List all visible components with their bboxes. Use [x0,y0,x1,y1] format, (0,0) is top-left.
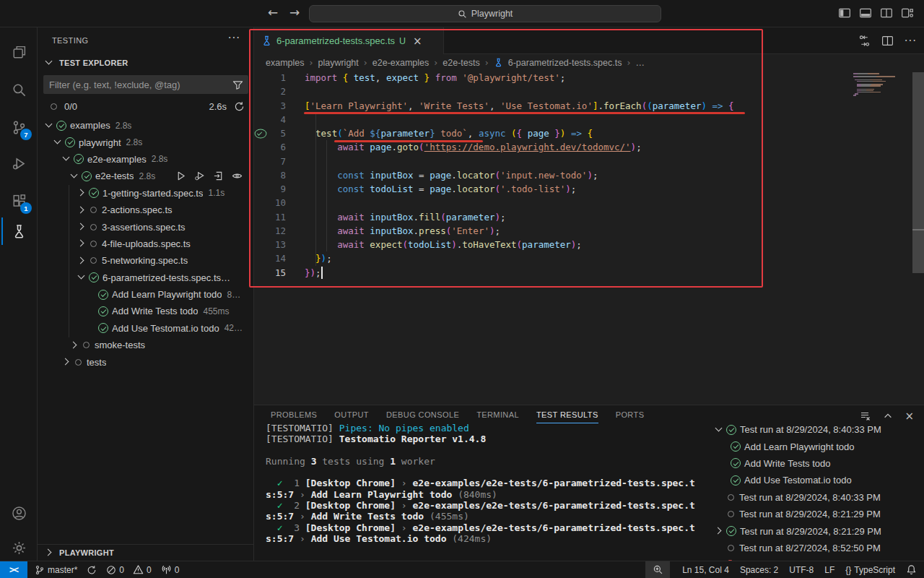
chevron-down-icon[interactable] [713,424,725,436]
panel-tab-debug-console[interactable]: DEBUG CONSOLE [386,410,459,423]
chevron-right-icon[interactable] [76,238,87,249]
test-tree-item[interactable]: examples2.8s [38,117,253,134]
code-line[interactable]: 7 [254,155,924,168]
code-line[interactable]: 4 [254,113,924,126]
open-changes-icon[interactable] [858,35,871,47]
test-tree-item[interactable]: 3-assertions.spec.ts [38,218,253,235]
testing-icon[interactable] [1,217,36,246]
test-run-item[interactable]: Add Write Tests todo [709,455,924,472]
eol-sequence[interactable]: LF [824,565,834,575]
breadcrumb-item[interactable]: playwright [318,58,359,68]
code-area[interactable]: 1import { test, expect } from '@playwrig… [254,71,924,280]
code-line[interactable]: 1import { test, expect } from '@playwrig… [254,71,924,85]
explorer-icon[interactable] [1,38,36,66]
language-mode[interactable]: {} TypeScript [845,565,895,575]
test-tree-item[interactable]: smoke-tests [38,337,253,353]
test-tree-item[interactable]: Add Use Testomat.io todo42… [38,320,253,337]
clear-output-icon[interactable] [860,410,871,422]
chevron-right-icon[interactable] [76,187,87,199]
breadcrumb-more[interactable]: … [635,58,645,68]
test-tree-item[interactable]: Add Write Tests todo455ms [38,303,253,319]
remote-indicator[interactable]: >< [0,561,27,578]
test-tree-item[interactable]: playwright2.8s [38,134,253,150]
chevron-right-icon[interactable] [76,221,87,233]
chevron-down-icon[interactable] [76,272,87,283]
test-explorer-section-header[interactable]: TEST EXPLORER [38,55,128,71]
test-run-item[interactable]: Add Use Testomat.io todo [709,472,924,488]
code-line[interactable]: 2 [254,85,924,98]
code-line[interactable]: 13 await expect(todoList).toHaveText(par… [254,238,924,251]
panel-tab-ports[interactable]: PORTS [616,410,645,423]
close-tab-icon[interactable]: × [413,35,422,48]
breadcrumb[interactable]: examples›playwright›e2e-examples›e2e-tes… [254,54,924,71]
test-tree-item[interactable]: tests [38,353,253,370]
go-to-test-icon[interactable] [213,171,225,182]
toggle-panel-bottom-icon[interactable] [859,7,872,20]
chevron-right-icon[interactable] [76,204,87,216]
breadcrumb-item[interactable]: e2e-examples [372,58,430,68]
cursor-position[interactable]: Ln 15, Col 4 [682,565,729,575]
chevron-down-icon[interactable] [52,137,64,148]
zoom-indicator[interactable] [645,561,670,578]
panel-tab-terminal[interactable]: TERMINAL [476,410,519,423]
playwright-section-header[interactable]: PLAYWRIGHT [38,544,253,561]
notifications-bell-icon[interactable] [906,564,917,575]
test-filter-input[interactable] [43,79,232,90]
code-line[interactable]: 5 test(`Add ${parameter} todo`, async ({… [254,126,924,140]
more-actions-icon[interactable]: ··· [228,32,240,45]
back-arrow-icon[interactable]: ← [264,5,282,20]
run-debug-icon[interactable] [1,149,36,178]
test-tree-item[interactable]: e2e-tests2.8s [38,168,253,184]
split-editor-icon[interactable] [881,35,894,47]
encoding[interactable]: UTF-8 [789,565,814,575]
customize-layout-icon[interactable] [901,7,914,20]
test-run-item[interactable]: Test run at 8/29/2024, 8:40:33 PM [709,421,924,438]
editor-tab[interactable]: 6-parametrized-tests.spec.ts U × [254,27,444,54]
chevron-right-icon[interactable] [69,340,80,351]
test-tree-item[interactable]: 2-actions.spec.ts [38,202,253,218]
code-line[interactable]: 15}); [254,266,924,280]
indentation[interactable]: Spaces: 2 [740,565,778,575]
panel-tab-test-results[interactable]: TEST RESULTS [536,410,598,423]
editor-scrollbar[interactable] [912,72,924,273]
code-line[interactable]: 11 await inputBox.fill(parameter); [254,210,924,224]
test-tree-item[interactable]: Add Learn Playwright todo8… [38,286,253,303]
test-run-item[interactable]: Test run at 8/29/2024, 8:21:29 PM [709,506,924,522]
editor-more-actions-icon[interactable]: ··· [905,35,917,48]
ports-item[interactable]: 0 [161,564,180,575]
git-branch-item[interactable]: master* [35,565,77,575]
chevron-down-icon[interactable] [61,153,72,165]
test-tree-item[interactable]: 4-file-uploads.spec.ts [38,236,253,252]
maximize-panel-icon[interactable] [883,411,893,421]
test-run-item[interactable]: Add Learn Playwright todo [709,438,924,454]
test-results-output[interactable]: [TESTOMATIO] Pipes: No pipes enabled[TES… [266,423,707,544]
search-sidebar-icon[interactable] [1,75,36,104]
test-tree-item[interactable]: 5-networking.spec.ts [38,252,253,269]
gutter-test-passed-icon[interactable] [255,129,267,138]
problems-item[interactable]: 0 0 [106,564,151,575]
extensions-icon[interactable]: 1 [1,186,36,215]
test-run-item[interactable]: Test run at 8/29/2024, 8:21:29 PM [709,522,924,539]
chevron-right-icon[interactable] [61,356,72,368]
chevron-down-icon[interactable] [43,120,55,131]
source-control-icon[interactable]: 7 [1,113,36,142]
toggle-sidebar-left-icon[interactable] [838,7,851,20]
code-line[interactable]: 14 }); [254,251,924,265]
test-run-item[interactable]: Test run at 8/29/2024, 8:40:33 PM [709,489,924,506]
refresh-tests-icon[interactable] [234,101,245,112]
code-line[interactable]: 8 const inputBox = page.locator('input.n… [254,168,924,182]
debug-test-icon[interactable] [194,171,206,182]
test-tree-item[interactable]: e2e-examples2.8s [38,151,253,168]
toggle-sidebar-right-icon[interactable] [880,7,893,20]
chevron-down-icon[interactable] [69,171,80,182]
panel-tab-output[interactable]: OUTPUT [334,410,369,423]
code-line[interactable]: 6 await page.goto('https://demo.playwrig… [254,140,924,154]
code-line[interactable]: 3['Learn Playwright', 'Write Tests', 'Us… [254,99,924,113]
breadcrumb-item[interactable]: examples [266,58,305,68]
code-line[interactable]: 10 [254,196,924,210]
settings-gear-icon[interactable] [1,533,36,562]
test-tree-item[interactable]: 6-parametrized-tests.spec.ts… [38,269,253,286]
breadcrumb-file[interactable]: 6-parametrized-tests.spec.ts [508,58,622,68]
accounts-icon[interactable] [1,499,36,527]
test-tree-item[interactable]: 1-getting-started.spec.ts1.1s [38,185,253,202]
